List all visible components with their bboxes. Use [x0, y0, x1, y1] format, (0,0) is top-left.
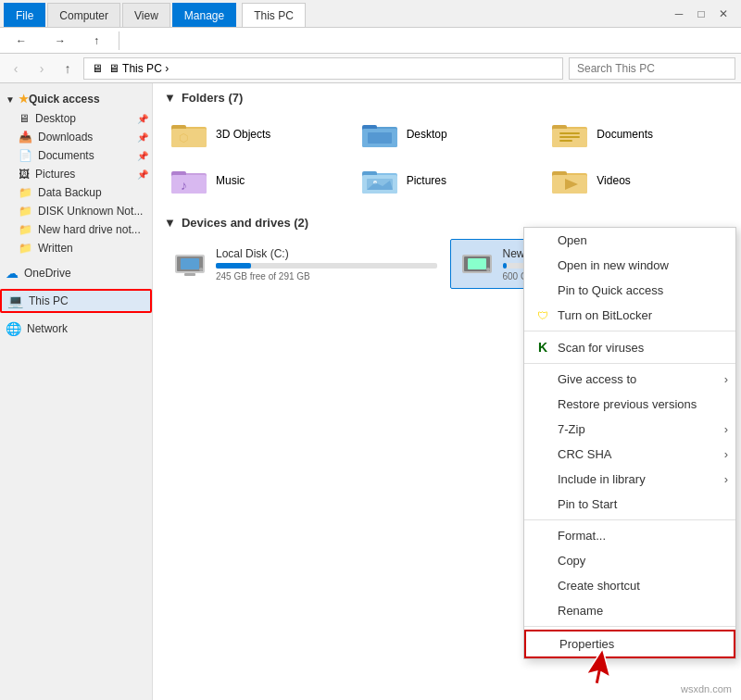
sidebar-item-documents[interactable]: 📄 Documents 📌: [0, 146, 152, 165]
drive-e-bar: [503, 263, 508, 269]
ctx-pin-start[interactable]: Pin to Start: [524, 492, 735, 517]
sidebar-item-written[interactable]: 📁 Written: [0, 239, 152, 257]
tab-view[interactable]: View: [122, 3, 170, 27]
back-button[interactable]: ‹: [6, 58, 26, 79]
ctx-open-new-window[interactable]: Open in new window: [524, 253, 735, 278]
ribbon-back[interactable]: ←: [7, 31, 35, 51]
network-icon: 🌐: [6, 321, 21, 336]
ctx-include-library[interactable]: Include in library ›: [524, 467, 735, 492]
sidebar-section-onedrive: ☁ OneDrive: [0, 263, 152, 283]
folder-item-music[interactable]: ♪ Music: [164, 160, 349, 201]
close-button[interactable]: ✕: [713, 4, 734, 24]
ribbon-up[interactable]: ↑: [85, 31, 107, 51]
drives-section-label: Devices and drives (2): [182, 216, 308, 230]
ctx-rename-label: Rename: [558, 604, 603, 618]
ctx-open[interactable]: Open: [524, 228, 735, 253]
ctx-open-label: Open: [558, 233, 587, 247]
desktop-thumb: [362, 119, 399, 149]
sidebar-header-quick-access[interactable]: ▼ ★ Quick access: [0, 89, 152, 109]
folder-item-pictures[interactable]: Pictures: [355, 160, 540, 201]
pictures-icon: 🖼: [19, 168, 30, 181]
ribbon-forward[interactable]: →: [46, 31, 74, 51]
drive-c-bar-wrap: [216, 263, 437, 269]
sidebar-item-data-backup[interactable]: 📁 Data Backup: [0, 183, 152, 202]
sidebar-section-quick-access: ▼ ★ Quick access 🖥 Desktop 📌 📥 Downloads…: [0, 89, 152, 257]
drive-e-icon: [458, 245, 496, 282]
ribbon: ← → ↑: [0, 28, 741, 54]
folder-icon: 📁: [19, 242, 32, 255]
folder-item-desktop[interactable]: Desktop: [355, 114, 540, 155]
folder-icon: 📁: [19, 223, 32, 236]
documents-icon: 📄: [19, 149, 32, 162]
folders-grid: ⬡ 3D Objects Desktop: [164, 114, 730, 201]
ctx-rename[interactable]: Rename: [524, 598, 735, 623]
minimize-button[interactable]: ─: [669, 4, 689, 24]
watermark-text: wsxdn.com: [681, 683, 732, 694]
ctx-format-label: Format...: [558, 529, 606, 543]
tab-computer[interactable]: Computer: [47, 3, 120, 27]
sidebar-item-this-pc[interactable]: 💻 This PC: [0, 289, 152, 313]
sidebar-item-onedrive[interactable]: ☁ OneDrive: [0, 263, 152, 283]
svg-rect-7: [368, 132, 392, 144]
tab-this-pc[interactable]: This PC: [242, 3, 306, 27]
chevron-icon: ▼: [6, 94, 15, 105]
folders-section-header[interactable]: ▼ Folders (7): [164, 91, 730, 105]
drive-item-c[interactable]: Local Disk (C:) 245 GB free of 291 GB: [164, 239, 445, 289]
pictures-label: Pictures: [35, 168, 75, 181]
sidebar: ▼ ★ Quick access 🖥 Desktop 📌 📥 Downloads…: [0, 83, 153, 700]
ctx-copy[interactable]: Copy: [524, 548, 735, 573]
sidebar-item-disk-unknown[interactable]: 📁 DISK Unknown Not...: [0, 202, 152, 220]
ctx-crc-sha[interactable]: CRC SHA ›: [524, 442, 735, 467]
chevron-folders-icon: ▼: [164, 91, 176, 105]
sidebar-item-downloads[interactable]: 📥 Downloads 📌: [0, 128, 152, 146]
ctx-restore[interactable]: Restore previous versions: [524, 392, 735, 417]
ctx-create-shortcut[interactable]: Create shortcut: [524, 573, 735, 598]
desktop-icon: 🖥: [19, 112, 30, 125]
pin-icon: 📌: [137, 132, 148, 143]
tab-manage[interactable]: Manage: [172, 3, 236, 27]
ctx-separator-4: [524, 626, 735, 627]
music-thumb: ♪: [171, 166, 208, 195]
up-button[interactable]: ↑: [57, 58, 78, 79]
ctx-give-access[interactable]: Give access to ›: [524, 367, 735, 392]
svg-rect-11: [559, 132, 580, 134]
pictures-thumb: [362, 166, 399, 195]
drive-c-bar: [216, 263, 251, 269]
tab-file[interactable]: File: [4, 3, 45, 27]
folder-item-3d-objects[interactable]: ⬡ 3D Objects: [164, 114, 349, 155]
ctx-7zip[interactable]: 7-Zip ›: [524, 417, 735, 442]
content-area: ▼ Folders (7) ⬡ 3D Objects: [153, 83, 741, 700]
sidebar-item-new-hard-drive[interactable]: 📁 New hard drive not...: [0, 220, 152, 239]
ctx-crc-sha-label: CRC SHA: [558, 447, 612, 461]
folder-label-documents: Documents: [597, 128, 653, 141]
onedrive-icon: ☁: [6, 266, 19, 281]
ctx-format[interactable]: Format...: [524, 523, 735, 548]
3d-objects-thumb: ⬡: [171, 119, 208, 149]
ctx-bitlocker-label: Turn on BitLocker: [558, 308, 652, 322]
ctx-pin-quick[interactable]: Pin to Quick access: [524, 278, 735, 303]
ctx-open-new-window-label: Open in new window: [558, 258, 669, 272]
address-bar: ‹ › ↑ 🖥 🖥 This PC ›: [0, 54, 741, 83]
written-label: Written: [38, 242, 73, 255]
folder-item-videos[interactable]: Videos: [545, 160, 730, 201]
sidebar-item-desktop[interactable]: 🖥 Desktop 📌: [0, 109, 152, 128]
svg-text:♪: ♪: [181, 178, 187, 193]
drive-c-space: 245 GB free of 291 GB: [216, 271, 437, 281]
arrow-icon: ›: [724, 447, 728, 461]
address-path[interactable]: 🖥 🖥 This PC ›: [83, 57, 563, 80]
maximize-button[interactable]: □: [691, 4, 711, 24]
ctx-bitlocker[interactable]: 🛡 Turn on BitLocker: [524, 303, 735, 328]
ctx-scan-viruses[interactable]: K Scan for viruses: [524, 334, 735, 360]
disk-unknown-label: DISK Unknown Not...: [38, 205, 143, 218]
folder-icon: 📁: [19, 186, 32, 199]
ctx-restore-label: Restore previous versions: [558, 397, 697, 411]
forward-button[interactable]: ›: [31, 58, 52, 79]
folder-label-3d-objects: 3D Objects: [216, 128, 270, 141]
ctx-copy-label: Copy: [558, 554, 585, 568]
sidebar-item-pictures[interactable]: 🖼 Pictures 📌: [0, 165, 152, 183]
ctx-properties[interactable]: Properties: [524, 630, 735, 658]
sidebar-item-network[interactable]: 🌐 Network: [0, 319, 152, 339]
ribbon-separator: [119, 31, 119, 50]
folder-item-documents[interactable]: Documents: [545, 114, 730, 155]
search-input[interactable]: [569, 57, 735, 80]
